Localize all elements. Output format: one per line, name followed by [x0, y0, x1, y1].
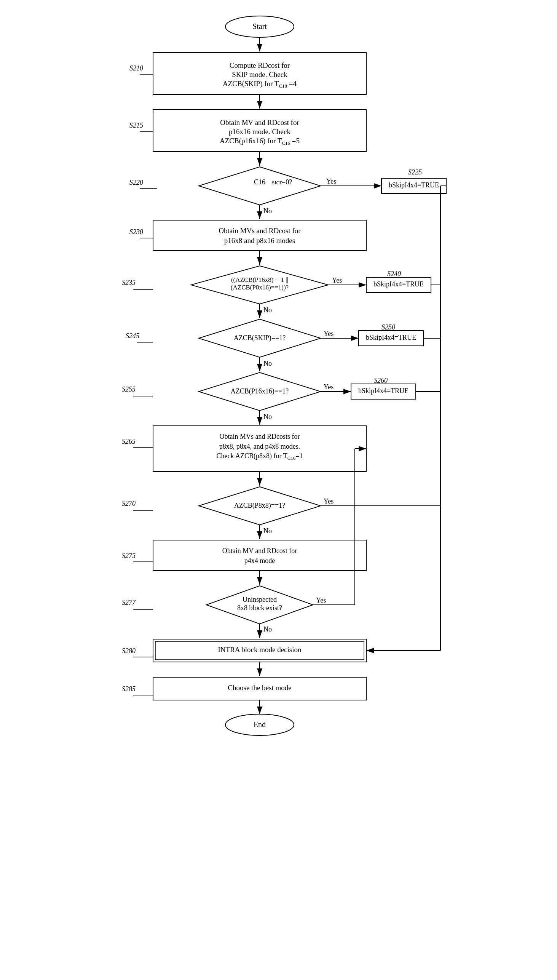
s215-step: S215: [129, 122, 143, 129]
s275-text1: Obtain MV and RDcost for: [222, 547, 297, 554]
s277-text2: 8x8 block exist?: [237, 604, 282, 612]
s270-text: AZCB(P8x8)==1?: [234, 502, 285, 510]
s235-no-label: No: [264, 306, 272, 314]
flowchart-container: Start S210 Compute RDcost for SKIP mode.…: [107, 11, 450, 973]
s235-step: S235: [122, 279, 135, 286]
s225-step: S225: [408, 168, 422, 176]
s215-text1: Obtain MV and RDcost for: [220, 119, 299, 126]
start-label: Start: [252, 22, 267, 31]
s245-text: AZCB(SKIP)==1?: [233, 334, 285, 342]
s240-step: S240: [387, 270, 401, 278]
s220-step: S220: [129, 179, 143, 186]
end-label: End: [253, 720, 265, 729]
s235-yes-label: Yes: [332, 277, 342, 284]
s255-yes-label: Yes: [324, 383, 334, 391]
s270-yes-label: Yes: [324, 497, 334, 505]
s275-text2: p4x4 mode: [244, 557, 275, 564]
s250-step: S250: [381, 323, 395, 331]
s220-text2: =0?: [282, 178, 292, 186]
flowchart-svg: Start S210 Compute RDcost for SKIP mode.…: [107, 11, 450, 971]
s245-no-label: No: [264, 360, 272, 367]
s230-box: [153, 220, 366, 251]
s277-yes-label: Yes: [316, 597, 326, 604]
s250-text: bSkipI4x4=TRUE: [365, 334, 416, 341]
s230-text2: p16x8 and p8x16 modes: [224, 236, 295, 245]
s275-step: S275: [122, 552, 135, 559]
s270-step: S270: [122, 500, 135, 507]
s280-text: INTRA block mode decision: [218, 646, 301, 654]
s277-text1: Uninspected: [243, 596, 277, 603]
s235-text2: (AZCB(P8x16)==1))?: [230, 284, 288, 291]
s255-step: S255: [122, 385, 135, 393]
s260-text: bSkipI4x4=TRUE: [358, 387, 408, 395]
s210-text2: SKIP mode. Check: [232, 70, 287, 78]
s260-step: S260: [374, 377, 388, 384]
s265-text2: p8x8, p8x4, and p4x8 modes.: [219, 443, 300, 450]
s255-text: AZCB(P16x16)==1?: [230, 387, 288, 395]
s230-step: S230: [129, 228, 143, 236]
s240-text: bSkipI4x4=TRUE: [373, 280, 423, 288]
s220-text-sub: SKIP: [272, 180, 282, 186]
s220-diamond: [199, 167, 321, 205]
s220-no-label: No: [264, 207, 272, 215]
s277-no-label: No: [264, 625, 272, 633]
s285-step: S285: [122, 685, 135, 693]
s280-step: S280: [122, 647, 135, 655]
s210-step: S210: [129, 64, 143, 72]
s220-yes-label: Yes: [326, 178, 336, 185]
s235-text1: ((AZCB(P16x8)==1 ||: [231, 276, 288, 284]
s255-no-label: No: [264, 413, 272, 421]
s210-text1: Compute RDcost for: [229, 61, 290, 69]
s220-text1: C16: [254, 178, 265, 186]
s230-text1: Obtain MVs and RDcost for: [218, 227, 301, 235]
s285-text: Choose the best mode: [228, 684, 291, 692]
s265-text1: Obtain MVs and RDcosts for: [219, 433, 300, 440]
s275-box: [153, 540, 366, 571]
s270-no-label: No: [264, 527, 272, 535]
s265-step: S265: [122, 438, 135, 445]
s215-text2: p16x16 mode. Check: [228, 127, 290, 135]
s245-step: S245: [125, 332, 139, 340]
s225-text: bSkipI4x4=TRUE: [388, 181, 438, 189]
s245-yes-label: Yes: [324, 330, 334, 338]
s277-step: S277: [122, 599, 136, 607]
